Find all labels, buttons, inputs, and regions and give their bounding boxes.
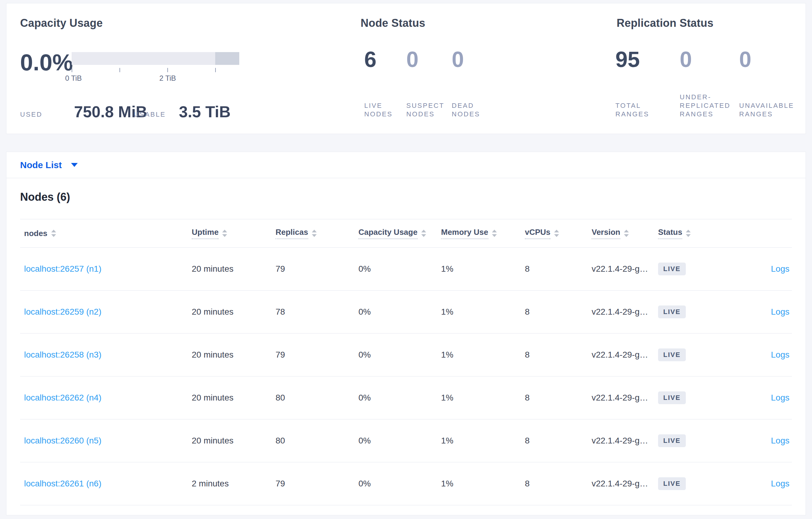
logs-link[interactable]: Logs (771, 350, 789, 359)
live-nodes-label: LIVE NODES (364, 101, 404, 119)
column-header-memory-use[interactable]: Memory Use (441, 227, 525, 239)
logs-link[interactable]: Logs (771, 436, 789, 445)
axis-tick (215, 68, 216, 72)
column-header-version[interactable]: Version (591, 227, 658, 239)
capacity-usage-cell: 0% (358, 436, 441, 446)
table-row: localhost:26262 (n4) 20 minutes 80 0% 1%… (20, 376, 792, 419)
memory-use-cell: 1% (441, 264, 525, 274)
live-nodes-stat: 6 LIVE NODES (364, 49, 404, 119)
column-header-uptime[interactable]: Uptime (192, 227, 276, 239)
capacity-usage-cell: 0% (358, 479, 441, 489)
status-badge: LIVE (658, 434, 686, 447)
version-cell: v22.1.4-29-g… (591, 393, 658, 403)
table-row: localhost:26258 (n3) 20 minutes 79 0% 1%… (20, 334, 792, 376)
uptime-cell: 20 minutes (192, 436, 276, 446)
sort-icon (624, 230, 629, 237)
node-link[interactable]: localhost:26259 (n2) (24, 307, 102, 316)
table-row: localhost:26260 (n5) 20 minutes 80 0% 1%… (20, 419, 792, 462)
axis-tick (71, 68, 72, 72)
replicas-cell: 79 (276, 350, 358, 360)
axis-tick (167, 68, 168, 72)
capacity-usage-title: Capacity Usage (20, 17, 103, 30)
capacity-bar-chart (71, 52, 239, 65)
version-cell: v22.1.4-29-g… (591, 436, 658, 446)
sort-icon (51, 230, 56, 237)
usable-value: 3.5 TiB (179, 103, 231, 121)
status-badge: LIVE (658, 263, 686, 275)
uptime-cell: 20 minutes (192, 307, 276, 317)
cluster-summary-card: Capacity Usage 0.0% 0 TiB 2 TiB USED 750… (6, 3, 806, 134)
sort-icon (222, 230, 227, 237)
version-cell: v22.1.4-29-g… (591, 350, 658, 360)
live-nodes-value: 6 (364, 49, 404, 70)
memory-use-cell: 1% (441, 307, 525, 317)
column-header-capacity-usage[interactable]: Capacity Usage (358, 227, 441, 239)
node-list-card: Node List Nodes (6) nodes Uptime Replica… (6, 152, 806, 515)
axis-tick-label: 0 TiB (65, 74, 82, 83)
cluster-overview-page: { "summary": { "capacity": { "title": "C… (0, 0, 812, 519)
status-badge: LIVE (658, 305, 686, 318)
status-badge: LIVE (658, 348, 686, 361)
unavailable-ranges-label: UNAVAILABLE RANGES (739, 101, 795, 119)
axis-tick-label: 2 TiB (160, 74, 176, 83)
under-replicated-ranges-stat: 0 UNDER-REPLICATED RANGES (680, 49, 733, 119)
column-header-replicas[interactable]: Replicas (276, 227, 358, 239)
replicas-cell: 80 (276, 436, 358, 446)
capacity-usage-cell: 0% (358, 264, 441, 274)
vcpus-cell: 8 (525, 393, 591, 403)
node-link[interactable]: localhost:26257 (n1) (24, 264, 102, 274)
replicas-cell: 78 (276, 307, 358, 317)
memory-use-cell: 1% (441, 479, 525, 489)
logs-link[interactable]: Logs (771, 307, 789, 316)
total-ranges-stat: 95 TOTAL RANGES (615, 49, 658, 119)
replicas-cell: 80 (276, 393, 358, 403)
node-link[interactable]: localhost:26260 (n5) (24, 436, 102, 445)
table-row: localhost:26257 (n1) 20 minutes 79 0% 1%… (20, 248, 792, 291)
version-cell: v22.1.4-29-g… (591, 264, 658, 274)
column-header-status[interactable]: Status (658, 227, 723, 239)
memory-use-cell: 1% (441, 350, 525, 360)
dead-nodes-label: DEAD NODES (452, 101, 488, 119)
caret-down-icon (71, 163, 78, 167)
node-link[interactable]: localhost:26261 (n6) (24, 479, 102, 488)
sort-icon (421, 230, 426, 237)
column-header-vcpus[interactable]: vCPUs (525, 227, 591, 239)
memory-use-cell: 1% (441, 393, 525, 403)
vcpus-cell: 8 (525, 307, 591, 317)
suspect-nodes-value: 0 (406, 49, 447, 70)
sort-icon (554, 230, 559, 237)
version-cell: v22.1.4-29-g… (591, 307, 658, 317)
uptime-cell: 20 minutes (192, 393, 276, 403)
node-link[interactable]: localhost:26262 (n4) (24, 393, 102, 402)
sort-icon (312, 230, 317, 237)
suspect-nodes-stat: 0 SUSPECT NODES (406, 49, 447, 119)
view-selector-dropdown[interactable]: Node List (6, 152, 806, 178)
usable-label: USABLE (134, 111, 166, 119)
uptime-cell: 20 minutes (192, 350, 276, 360)
node-link[interactable]: localhost:26258 (n3) (24, 350, 102, 359)
table-row: localhost:26261 (n6) 2 minutes 79 0% 1% … (20, 462, 792, 505)
unavailable-ranges-stat: 0 UNAVAILABLE RANGES (739, 49, 795, 119)
logs-link[interactable]: Logs (771, 479, 789, 488)
table-header-row: nodes Uptime Replicas Capacity Usage Mem… (20, 219, 792, 248)
under-replicated-ranges-value: 0 (680, 49, 733, 70)
uptime-cell: 20 minutes (192, 264, 276, 274)
view-selector-label: Node List (20, 160, 62, 170)
vcpus-cell: 8 (525, 350, 591, 360)
node-status-title: Node Status (360, 17, 425, 30)
unavailable-ranges-value: 0 (739, 49, 795, 70)
capacity-usage-cell: 0% (358, 307, 441, 317)
status-badge: LIVE (658, 477, 686, 490)
dead-nodes-value: 0 (452, 49, 488, 70)
memory-use-cell: 1% (441, 436, 525, 446)
total-ranges-label: TOTAL RANGES (615, 101, 658, 119)
sort-icon (492, 230, 497, 237)
used-label: USED (20, 111, 42, 119)
nodes-count-heading: Nodes (6) (20, 190, 792, 204)
version-cell: v22.1.4-29-g… (591, 479, 658, 489)
uptime-cell: 2 minutes (192, 479, 276, 489)
column-header-nodes[interactable]: nodes (20, 229, 192, 238)
logs-link[interactable]: Logs (771, 264, 789, 274)
capacity-percent: 0.0% (20, 49, 73, 75)
logs-link[interactable]: Logs (771, 393, 789, 402)
